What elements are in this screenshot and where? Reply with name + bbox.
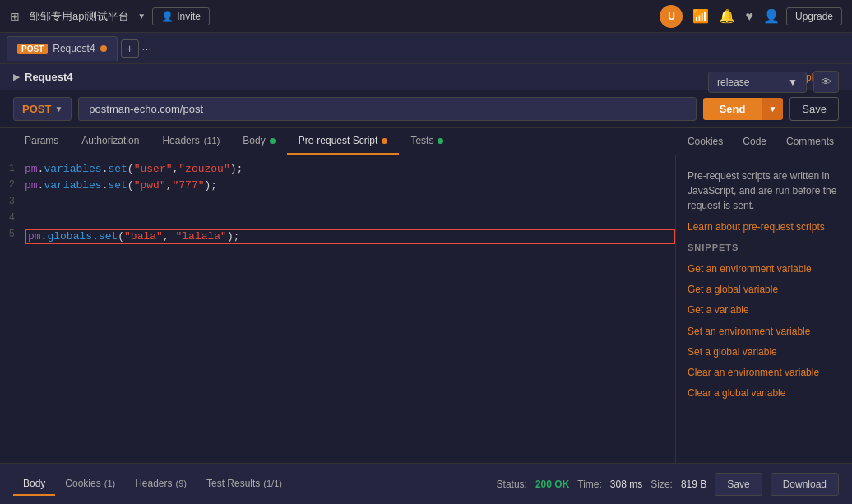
request-tabs: Params Authorization Headers (11) Body P… bbox=[0, 128, 852, 155]
notification-icon[interactable]: 🔔 bbox=[719, 8, 735, 24]
send-button[interactable]: Send bbox=[703, 98, 762, 120]
snippet-item[interactable]: Get a global variable bbox=[688, 280, 840, 300]
code-line-1: 1 pm.variables.set("user","zouzou"); bbox=[0, 162, 675, 178]
code-line-4: 4 bbox=[0, 211, 675, 228]
url-input[interactable] bbox=[78, 97, 696, 121]
more-tabs-button[interactable]: ··· bbox=[142, 42, 152, 55]
bottom-tab-headers[interactable]: Headers (9) bbox=[125, 473, 197, 496]
save-request-button[interactable]: Save bbox=[789, 97, 839, 121]
snippets-list: Get an environment variable Get a global… bbox=[688, 259, 840, 404]
request-name: Request4 bbox=[25, 71, 73, 83]
signal-icon[interactable]: 📶 bbox=[692, 8, 709, 24]
code-line-3: 3 bbox=[0, 195, 675, 211]
user-avatar[interactable]: U bbox=[660, 5, 683, 28]
collapse-arrow[interactable]: ▶ bbox=[13, 72, 20, 81]
prerequest-description: Pre-request scripts are written in JavaS… bbox=[688, 169, 840, 213]
snippet-item[interactable]: Set an environment variable bbox=[688, 321, 840, 342]
tab-headers[interactable]: Headers (11) bbox=[150, 128, 231, 155]
grid-icon: ⊞ bbox=[10, 10, 20, 23]
body-dot bbox=[270, 138, 276, 144]
nav-icons: U 📶 🔔 ♥ 👤 bbox=[660, 5, 780, 28]
tab-method-badge: POST bbox=[17, 44, 48, 54]
env-eye-button[interactable]: 👁 bbox=[813, 71, 839, 93]
send-button-group: Send ▼ bbox=[703, 98, 784, 120]
url-bar: POST ▼ Send ▼ Save bbox=[0, 90, 852, 128]
bottom-download-button[interactable]: Download bbox=[771, 473, 839, 496]
method-select[interactable]: POST ▼ bbox=[13, 97, 72, 121]
tab-name: Request4 bbox=[53, 43, 95, 54]
right-tabs: Cookies Code Comments bbox=[683, 129, 839, 154]
snippets-title: SNIPPETS bbox=[688, 243, 840, 252]
snippet-item[interactable]: Set a global variable bbox=[688, 342, 840, 363]
title-dropdown-arrow[interactable]: ▼ bbox=[137, 12, 146, 21]
request-title-area: ▶ Request4 bbox=[13, 71, 73, 83]
tab-authorization[interactable]: Authorization bbox=[70, 128, 150, 155]
invite-button[interactable]: 👤 Invite bbox=[152, 7, 210, 25]
learn-link[interactable]: Learn about pre-request scripts bbox=[688, 221, 825, 233]
tab-unsaved-dot bbox=[100, 45, 107, 52]
tests-dot bbox=[438, 138, 443, 144]
tab-tests[interactable]: Tests bbox=[399, 128, 455, 155]
size-label: Size: bbox=[651, 479, 673, 490]
size-value: 819 B bbox=[681, 479, 706, 490]
status-value: 200 OK bbox=[535, 479, 569, 490]
main-area: release ▼ 👁 ▶ Request4 Examples (2) POST… bbox=[0, 64, 852, 504]
method-value: POST bbox=[22, 103, 51, 115]
sidebar-panel: Pre-request scripts are written in JavaS… bbox=[675, 155, 852, 463]
tab-params[interactable]: Params bbox=[13, 128, 70, 155]
editor-area: 1 pm.variables.set("user","zouzou"); 2 p… bbox=[0, 155, 852, 463]
request-tab[interactable]: POST Request4 bbox=[7, 36, 118, 61]
env-value: release bbox=[717, 76, 749, 88]
send-dropdown-button[interactable]: ▼ bbox=[762, 98, 783, 120]
comments-link[interactable]: Comments bbox=[781, 129, 839, 154]
bottom-panel: Body Cookies (1) Headers (9) Test Result… bbox=[0, 463, 852, 504]
tab-bar: POST Request4 + ··· bbox=[0, 33, 852, 64]
bottom-save-button[interactable]: Save bbox=[715, 473, 762, 496]
environment-select[interactable]: release ▼ bbox=[708, 72, 807, 93]
response-status-area: Status: 200 OK Time: 308 ms Size: 819 B … bbox=[497, 473, 839, 496]
heart-icon[interactable]: ♥ bbox=[745, 9, 753, 24]
snippet-item[interactable]: Get an environment variable bbox=[688, 259, 840, 280]
tab-body[interactable]: Body bbox=[231, 128, 286, 155]
tab-prerequest-script[interactable]: Pre-request Script bbox=[287, 128, 400, 155]
user-icon[interactable]: 👤 bbox=[763, 8, 780, 24]
snippet-item[interactable]: Clear a global variable bbox=[688, 383, 840, 404]
bottom-tab-cookies[interactable]: Cookies (1) bbox=[55, 473, 125, 496]
env-selector-area: release ▼ 👁 bbox=[708, 71, 839, 93]
method-dropdown-arrow: ▼ bbox=[54, 104, 63, 113]
bottom-tab-test-results[interactable]: Test Results (1/1) bbox=[197, 473, 292, 496]
time-label: Time: bbox=[577, 479, 602, 490]
status-label: Status: bbox=[497, 479, 527, 490]
upgrade-button[interactable]: Upgrade bbox=[786, 7, 842, 25]
add-tab-button[interactable]: + bbox=[121, 39, 139, 58]
cookies-link[interactable]: Cookies bbox=[683, 129, 728, 154]
prerequest-dot bbox=[382, 138, 387, 144]
code-link[interactable]: Code bbox=[738, 129, 771, 154]
code-line-2: 2 pm.variables.set("pwd","777"); bbox=[0, 178, 675, 195]
top-nav: ⊞ 邹邹专用api测试平台 ▼ 👤 Invite U 📶 🔔 ♥ 👤 Upgra… bbox=[0, 0, 852, 33]
snippet-item[interactable]: Get a variable bbox=[688, 300, 840, 321]
time-value: 308 ms bbox=[610, 479, 642, 490]
bottom-tab-body[interactable]: Body bbox=[13, 473, 55, 496]
person-icon: 👤 bbox=[161, 11, 174, 22]
snippet-item[interactable]: Clear an environment variable bbox=[688, 363, 840, 383]
app-title: 邹邹专用api测试平台 bbox=[30, 9, 129, 24]
code-editor[interactable]: 1 pm.variables.set("user","zouzou"); 2 p… bbox=[0, 155, 675, 463]
code-line-5: 5 pm.globals.set("bala", "lalala"); bbox=[0, 228, 675, 245]
env-dropdown-arrow: ▼ bbox=[788, 76, 798, 88]
